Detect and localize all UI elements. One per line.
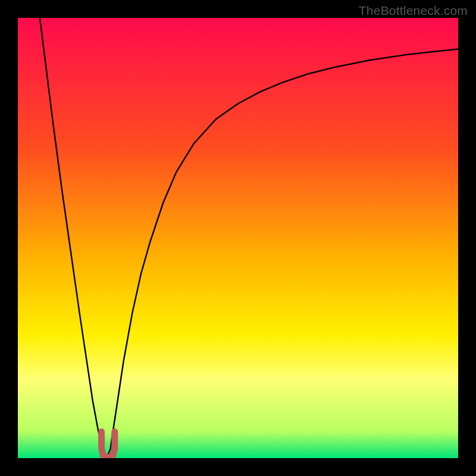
watermark-text: TheBottleneck.com (359, 4, 468, 18)
gradient-background (18, 18, 458, 458)
chart-svg (18, 18, 458, 458)
plot-area (18, 18, 458, 458)
chart-frame: TheBottleneck.com (0, 0, 476, 476)
